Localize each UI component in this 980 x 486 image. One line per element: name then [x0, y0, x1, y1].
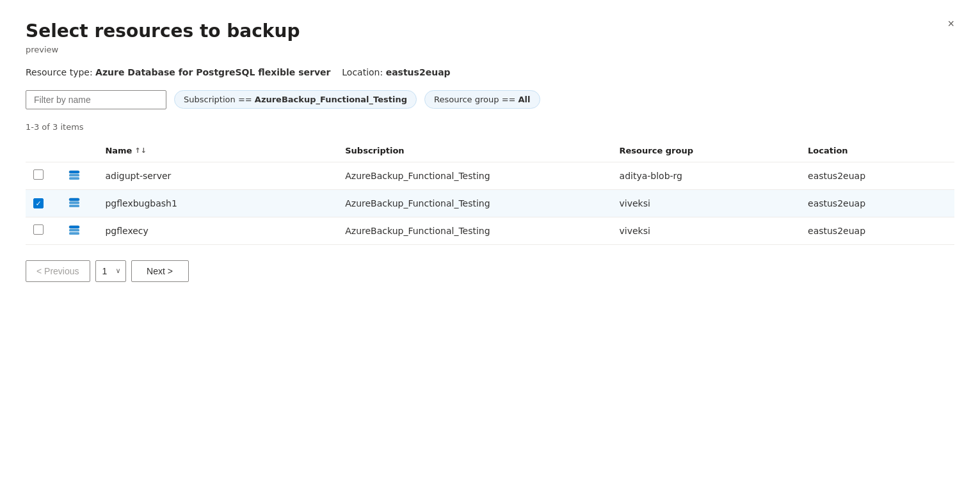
resource-group-filter-value: All: [518, 95, 531, 104]
select-resources-dialog: × Select resources to backup preview Res…: [0, 0, 980, 486]
table-row: pgflexbugbash1AzureBackup_Functional_Tes…: [26, 189, 954, 217]
resource-icon-cell: [60, 189, 98, 217]
location-label: Location:: [342, 67, 383, 77]
database-icon: [68, 224, 81, 237]
table-row: pgflexecyAzureBackup_Functional_Testingv…: [26, 217, 954, 244]
table-row: adigupt-serverAzureBackup_Functional_Tes…: [26, 162, 954, 189]
pagination-row: < Previous 1 Next >: [26, 260, 954, 282]
dialog-title: Select resources to backup: [26, 20, 954, 42]
location-cell: eastus2euap: [800, 162, 954, 189]
table-body: adigupt-serverAzureBackup_Functional_Tes…: [26, 162, 954, 244]
location-value: eastus2euap: [386, 67, 451, 77]
header-name-label: Name: [105, 146, 132, 155]
sort-icon: ↑↓: [134, 146, 146, 155]
resource-group-cell: viveksi: [612, 189, 800, 217]
next-button[interactable]: Next >: [131, 260, 189, 282]
location-cell: eastus2euap: [800, 189, 954, 217]
row-checkbox[interactable]: [33, 169, 44, 180]
header-checkbox-col: [26, 139, 60, 162]
resource-info: Resource type: Azure Database for Postgr…: [26, 67, 954, 77]
resource-type-label: Resource type:: [26, 67, 93, 77]
resource-group-cell: aditya-blob-rg: [612, 162, 800, 189]
checkbox-cell: [26, 217, 60, 244]
subscription-cell: AzureBackup_Functional_Testing: [337, 162, 611, 189]
resource-group-filter-tag[interactable]: Resource group == All: [424, 90, 540, 109]
resource-name-cell: pgflexecy: [97, 217, 337, 244]
header-resource-group-col: Resource group: [612, 139, 800, 162]
resource-name-cell: adigupt-server: [97, 162, 337, 189]
row-checkbox[interactable]: [33, 198, 44, 208]
resource-type-value: Azure Database for PostgreSQL flexible s…: [95, 67, 330, 77]
svg-rect-5: [69, 201, 79, 204]
svg-rect-1: [69, 174, 79, 176]
page-select[interactable]: 1: [95, 260, 126, 282]
table-header-row: Name ↑↓ Subscription Resource group Loca…: [26, 139, 954, 162]
header-subscription-col: Subscription: [337, 139, 611, 162]
row-checkbox[interactable]: [33, 224, 44, 235]
items-count: 1-3 of 3 items: [26, 122, 954, 132]
name-sort-button[interactable]: Name ↑↓: [105, 146, 146, 155]
svg-rect-6: [69, 205, 79, 207]
location-cell: eastus2euap: [800, 217, 954, 244]
header-location-col: Location: [800, 139, 954, 162]
dialog-subtitle: preview: [26, 45, 954, 54]
previous-button[interactable]: < Previous: [26, 260, 90, 282]
subscription-cell: AzureBackup_Functional_Testing: [337, 217, 611, 244]
filter-by-name-input[interactable]: [26, 90, 166, 109]
header-name-col[interactable]: Name ↑↓: [97, 139, 337, 162]
subscription-filter-prefix: Subscription ==: [184, 95, 255, 104]
subscription-filter-tag[interactable]: Subscription == AzureBackup_Functional_T…: [174, 90, 417, 109]
close-button[interactable]: ×: [942, 15, 960, 32]
database-icon: [68, 196, 81, 209]
subscription-cell: AzureBackup_Functional_Testing: [337, 189, 611, 217]
svg-rect-10: [69, 232, 79, 235]
page-select-wrapper: 1: [95, 260, 126, 282]
resource-icon-cell: [60, 162, 98, 189]
checkbox-cell: [26, 189, 60, 217]
svg-rect-8: [69, 226, 79, 228]
subscription-filter-value: AzureBackup_Functional_Testing: [255, 95, 407, 104]
resource-group-filter-prefix: Resource group ==: [434, 95, 518, 104]
resource-group-cell: viveksi: [612, 217, 800, 244]
header-icon-col: [60, 139, 98, 162]
resource-name-cell: pgflexbugbash1: [97, 189, 337, 217]
resource-icon-cell: [60, 217, 98, 244]
filters-row: Subscription == AzureBackup_Functional_T…: [26, 90, 954, 109]
database-icon: [68, 169, 81, 182]
svg-rect-9: [69, 229, 79, 231]
svg-rect-2: [69, 177, 79, 180]
checkbox-cell: [26, 162, 60, 189]
svg-rect-4: [69, 198, 79, 201]
resources-table: Name ↑↓ Subscription Resource group Loca…: [26, 139, 954, 245]
svg-rect-0: [69, 171, 79, 173]
